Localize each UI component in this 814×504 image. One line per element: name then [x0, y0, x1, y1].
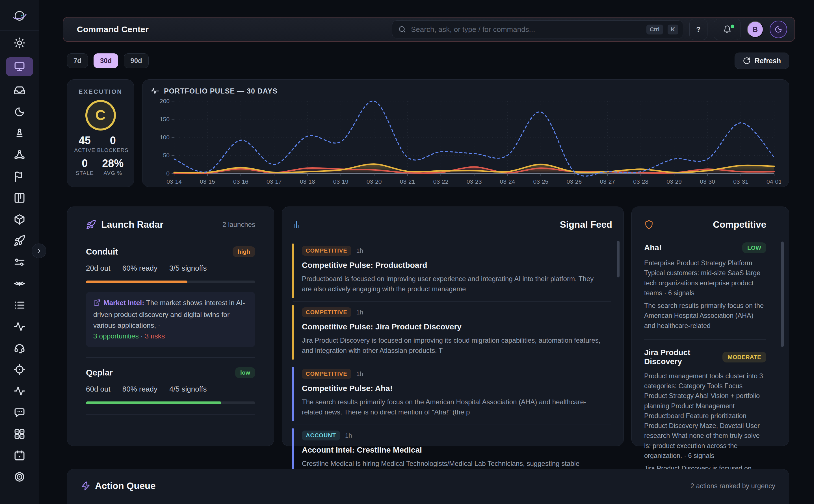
- sidebar-item-apps[interactable]: [6, 427, 33, 441]
- signal-title: Competitive Pulse: Productboard: [302, 261, 604, 270]
- portfolio-pulse-card: PORTFOLIO PULSE — 30 DAYS 05010015020003…: [142, 79, 789, 187]
- risks-link[interactable]: 3 risks: [145, 332, 165, 340]
- sidebar-item-pulse[interactable]: [6, 384, 33, 398]
- sidebar-item-packages[interactable]: [6, 212, 33, 226]
- headset-icon: [14, 342, 25, 354]
- sidebar-item-flags[interactable]: [6, 169, 33, 183]
- svg-text:03-31: 03-31: [733, 178, 748, 185]
- risk-badge: high: [233, 246, 255, 257]
- svg-text:0: 0: [166, 170, 170, 177]
- refresh-button[interactable]: Refresh: [735, 53, 789, 69]
- divider: [86, 414, 255, 415]
- progress-fill: [86, 401, 221, 404]
- svg-text:03-29: 03-29: [667, 178, 682, 185]
- sidebar-item-inbox[interactable]: [6, 83, 33, 97]
- activity-icon: [14, 321, 25, 333]
- toolbar: 7d 30d 90d Refresh: [67, 53, 789, 69]
- competitor-item[interactable]: Jira Product Discovery MODERATE Product …: [644, 348, 766, 484]
- shield-icon: [644, 220, 654, 229]
- top-row: EXECUTION C 45 ACTIVE 0 BLOCKERS 0 S: [67, 79, 789, 187]
- line-chart: 05010015020003-1403-1503-1603-1703-1803-…: [150, 97, 781, 185]
- chevron-right-icon: [35, 247, 43, 255]
- sidebar-item-command-center[interactable]: [6, 57, 33, 76]
- action-queue-header: Action Queue 2 actions ranked by urgency: [81, 481, 775, 491]
- signal-summary: Productboard is focused on improving use…: [302, 274, 604, 294]
- content: 7d 30d 90d Refresh EXECUTION C 45 ACTIVE: [63, 53, 795, 504]
- signal-item[interactable]: COMPETITIVE 1h Competitive Pulse: Jira P…: [292, 302, 612, 363]
- signal-item[interactable]: COMPETITIVE 1h Competitive Pulse: Aha! T…: [292, 363, 612, 425]
- notifications-button[interactable]: [714, 19, 741, 40]
- sidebar-item-board[interactable]: [6, 191, 33, 205]
- external-link-icon: [93, 299, 101, 309]
- svg-text:100: 100: [160, 134, 170, 140]
- sliders-icon: [14, 256, 25, 268]
- refresh-icon: [743, 57, 751, 65]
- app-logo[interactable]: [12, 0, 27, 31]
- sidebar-item-targeting[interactable]: [6, 362, 33, 377]
- launch-item-conduit[interactable]: Conduit high 20d out 60% ready 3/5 signo…: [86, 246, 255, 358]
- sidebar-item-night[interactable]: [6, 105, 33, 119]
- svg-text:03-18: 03-18: [300, 178, 315, 185]
- sidebar-item-support[interactable]: [6, 341, 33, 355]
- svg-text:03-30: 03-30: [700, 178, 715, 185]
- sidebar-expand-button[interactable]: [32, 244, 46, 258]
- kanban-board-icon: [14, 192, 25, 204]
- sidebar-item-calendar[interactable]: [6, 448, 33, 462]
- sidebar-item-brightness[interactable]: [6, 36, 33, 50]
- chess-piece-icon: [14, 127, 25, 139]
- sidebar-item-strategy[interactable]: [6, 126, 33, 140]
- scrollbar-thumb[interactable]: [617, 241, 620, 277]
- opportunities-link[interactable]: 3 opportunities: [93, 332, 139, 340]
- launch-item-qeplar[interactable]: Qeplar low 60d out 80% ready 4/5 signoff…: [86, 367, 255, 415]
- orbit-logo-icon: [12, 8, 27, 24]
- competitor-item[interactable]: Aha! LOW Enterprise Product Strategy Pla…: [644, 242, 766, 340]
- sidebar-item-network[interactable]: [6, 148, 33, 162]
- category-badge: COMPETITIVE: [302, 369, 351, 379]
- sidebar-item-goals[interactable]: [6, 470, 33, 484]
- avatar[interactable]: B: [747, 21, 763, 38]
- signal-summary: The search results primarily focus on th…: [302, 397, 604, 417]
- stat-avg: 28% AVG %: [97, 157, 129, 176]
- scrollbar-thumb[interactable]: [781, 242, 784, 347]
- svg-text:03-28: 03-28: [633, 178, 648, 185]
- range-90d-button[interactable]: 90d: [124, 53, 148, 68]
- sidebar-item-list[interactable]: [6, 298, 33, 312]
- chat-icon: [14, 407, 25, 418]
- search-input[interactable]: Search, ask, or type / for commands... C…: [392, 20, 683, 38]
- competitor-name: Aha!: [644, 243, 662, 252]
- signal-age: 1h: [345, 432, 352, 439]
- sidebar-item-activity[interactable]: [6, 320, 33, 334]
- chart-header: PORTFOLIO PULSE — 30 DAYS: [150, 86, 781, 95]
- execution-card: EXECUTION C 45 ACTIVE 0 BLOCKERS 0 S: [67, 79, 134, 187]
- competitor-profile: Enterprise Product Strategy Platform Typ…: [644, 258, 766, 331]
- signal-title: Competitive Pulse: Jira Product Discover…: [302, 322, 604, 331]
- topbar: Command Center Search, ask, or type / fo…: [63, 17, 795, 42]
- signal-summary: Jira Product Discovery is focused on imp…: [302, 335, 604, 356]
- network-icon: [14, 149, 25, 161]
- launch-radar-header: Launch Radar 2 launches: [86, 219, 255, 230]
- launch-name: Qeplar: [86, 368, 113, 377]
- sidebar-item-messages[interactable]: [6, 405, 33, 420]
- competitive-header: Competitive: [644, 219, 766, 230]
- signal-age: 1h: [356, 309, 363, 316]
- svg-text:04-01: 04-01: [767, 178, 781, 185]
- help-button[interactable]: ?: [689, 19, 707, 40]
- market-intel-box[interactable]: Market Intel: The market shows interest …: [86, 292, 255, 347]
- moon-icon: [774, 25, 783, 34]
- svg-text:150: 150: [160, 116, 170, 122]
- svg-text:03-24: 03-24: [500, 178, 515, 185]
- signal-age: 1h: [356, 247, 363, 255]
- signal-item[interactable]: COMPETITIVE 1h Competitive Pulse: Produc…: [292, 240, 612, 301]
- theme-toggle-button[interactable]: [770, 21, 787, 38]
- sidebar-item-launches[interactable]: [6, 234, 33, 248]
- sidebar-item-tuning[interactable]: [6, 255, 33, 269]
- sidebar-item-pipeline[interactable]: [6, 277, 33, 291]
- bell-icon: [723, 25, 732, 34]
- list-icon: [14, 299, 25, 311]
- range-30d-button[interactable]: 30d: [94, 53, 118, 68]
- range-7d-button[interactable]: 7d: [67, 53, 88, 68]
- kbd-ctrl: Ctrl: [646, 25, 663, 34]
- kbd-k: K: [668, 25, 678, 34]
- middle-row: Launch Radar 2 launches Conduit high 20d…: [67, 207, 789, 446]
- svg-text:50: 50: [163, 152, 170, 158]
